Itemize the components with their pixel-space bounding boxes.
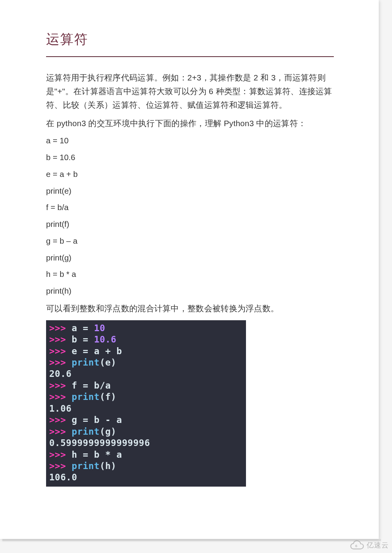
terminal-line: >>> h = b * a — [49, 449, 243, 460]
watermark-text: 亿速云 — [367, 541, 389, 550]
code-line: b = 10.6 — [46, 152, 334, 164]
code-line: a = 10 — [46, 135, 334, 147]
terminal-output: >>> a = 10 >>> b = 10.6 >>> e = a + b >>… — [46, 320, 246, 487]
terminal-line: >>> print(e) — [49, 357, 243, 368]
prompt-icon: >>> — [49, 415, 71, 425]
prompt-icon: >>> — [49, 334, 71, 344]
paragraph-intro: 运算符用于执行程序代码运算。例如：2+3，其操作数是 2 和 3，而运算符则是"… — [46, 71, 334, 112]
cloud-icon: 6 — [350, 540, 364, 551]
code-line: f = b/a — [46, 202, 334, 214]
terminal-line: 0.5999999999999996 — [49, 437, 243, 449]
terminal-line: 106.0 — [49, 472, 243, 483]
watermark: 6 亿速云 — [350, 540, 389, 551]
prompt-icon: >>> — [49, 461, 71, 471]
paragraph-note: 可以看到整数和浮点数的混合计算中，整数会被转换为浮点数。 — [46, 302, 334, 316]
terminal-line: >>> e = a + b — [49, 346, 243, 357]
code-line: h = b * a — [46, 268, 334, 280]
prompt-icon: >>> — [49, 346, 71, 356]
code-line: e = a + b — [46, 168, 334, 180]
svg-text:6: 6 — [355, 544, 357, 548]
page-title: 运算符 — [46, 30, 334, 48]
prompt-icon: >>> — [49, 323, 71, 333]
terminal-line: >>> print(f) — [49, 391, 243, 403]
code-line: g = b – a — [46, 235, 334, 247]
prompt-icon: >>> — [49, 357, 71, 367]
terminal-line: 1.06 — [49, 403, 243, 414]
terminal-line: >>> print(h) — [49, 460, 243, 472]
code-line: print(g) — [46, 252, 334, 264]
prompt-icon: >>> — [49, 392, 71, 402]
title-divider — [46, 56, 334, 57]
prompt-icon: >>> — [49, 426, 71, 437]
terminal-line: >>> g = b - a — [49, 414, 243, 426]
terminal-line: 20.6 — [49, 368, 243, 380]
prompt-icon: >>> — [49, 450, 71, 460]
paragraph-instruction: 在 python3 的交互环境中执行下面的操作，理解 Python3 中的运算符… — [46, 117, 334, 130]
prompt-icon: >>> — [49, 380, 71, 391]
document-page: 运算符 运算符用于执行程序代码运算。例如：2+3，其操作数是 2 和 3，而运算… — [0, 0, 379, 539]
terminal-line: >>> b = 10.6 — [49, 334, 243, 345]
terminal-line: >>> print(g) — [49, 426, 243, 437]
code-line: print(f) — [46, 218, 334, 230]
code-line: print(e) — [46, 185, 334, 197]
terminal-line: >>> f = b/a — [49, 380, 243, 391]
terminal-line: >>> a = 10 — [49, 323, 243, 334]
code-line: print(h) — [46, 285, 334, 297]
